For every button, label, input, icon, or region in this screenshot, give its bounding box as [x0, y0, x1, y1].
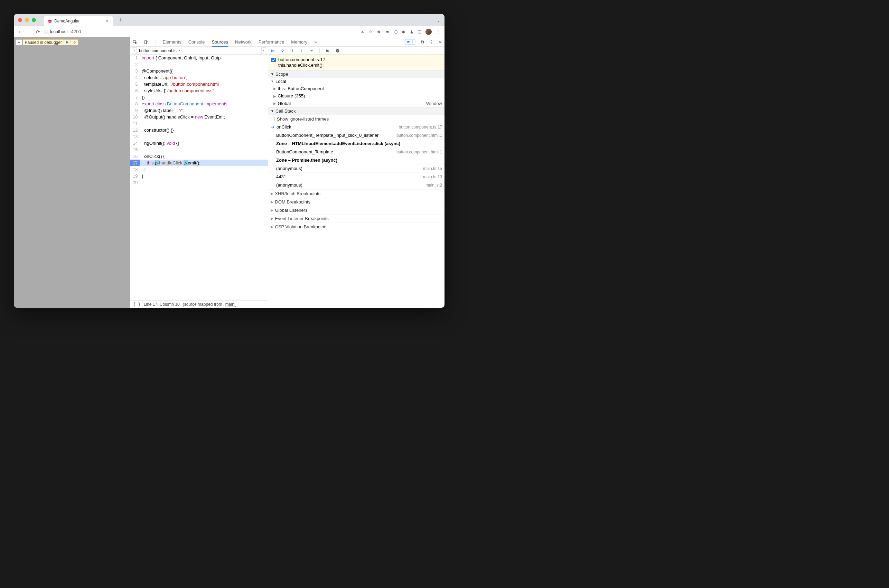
callstack-frame[interactable]: Zone – HTMLInputElement.addEventListener… — [268, 140, 444, 148]
breakpoint-checkbox[interactable] — [271, 58, 276, 62]
callstack-frame[interactable]: (anonymous)main.ts:15 — [268, 165, 444, 173]
panel-icon[interactable] — [417, 29, 421, 34]
reload-button[interactable]: ⟳ — [36, 29, 40, 35]
tab-network[interactable]: Network — [235, 39, 252, 45]
scope-this[interactable]: ▶this: ButtonComponent — [268, 85, 444, 93]
svg-point-14 — [312, 51, 313, 51]
scope-global[interactable]: ▶GlobalWindow — [268, 100, 444, 108]
breakpoint-panel[interactable]: ▶XHR/fetch Breakpoints — [268, 189, 444, 198]
scope-closure[interactable]: ▶Closure (355) — [268, 92, 444, 100]
code-line[interactable]: 18 } — [130, 166, 268, 173]
tab-performance[interactable]: Performance — [258, 39, 284, 45]
extensions-icon[interactable] — [402, 29, 406, 34]
forward-button[interactable]: → — [27, 29, 32, 34]
add-button[interactable]: + — [15, 39, 22, 45]
code-line[interactable]: 15 — [130, 147, 268, 153]
pause-exceptions-icon[interactable] — [336, 48, 340, 54]
resume-button[interactable] — [64, 40, 71, 45]
resume-icon[interactable] — [271, 48, 275, 54]
callstack-frame[interactable]: 4431main.ts:13 — [268, 173, 444, 181]
code-line[interactable]: 16 onClick() { — [130, 153, 268, 160]
breakpoint-panel[interactable]: ▶CSP Violation Breakpoints — [268, 222, 444, 231]
menu-icon[interactable]: ⋮ — [436, 29, 440, 34]
source-map-link[interactable]: main.j — [225, 302, 236, 306]
close-tab-button[interactable]: × — [106, 18, 109, 24]
settings-icon[interactable] — [420, 39, 425, 45]
more-tabs-icon[interactable]: » — [314, 39, 317, 45]
code-editor[interactable]: 1import { Component, OnInit, Input, Outp… — [130, 55, 268, 300]
kebab-menu-icon[interactable]: ⋮ — [429, 39, 434, 45]
callstack-header[interactable]: ▼Call Stack — [268, 107, 444, 115]
close-window-button[interactable] — [18, 18, 22, 22]
extension-icon[interactable]: ☻ — [376, 29, 381, 34]
code-line[interactable]: 9 @Input() label = "?"; — [130, 107, 268, 114]
bookmark-star-icon[interactable]: ☆ — [368, 29, 372, 34]
tab-console[interactable]: Console — [188, 39, 205, 45]
code-line[interactable]: 13 — [130, 134, 268, 140]
address-bar[interactable]: i localhost:4200 — [44, 29, 81, 34]
tab-memory[interactable]: Memory — [291, 39, 307, 45]
code-line[interactable]: 3@Component({ — [130, 68, 268, 74]
breakpoint-panel[interactable]: ▶Event Listener Breakpoints — [268, 214, 444, 222]
navigator-toggle-icon[interactable] — [132, 47, 137, 54]
frame-location: button.component.ts:17 — [399, 125, 442, 129]
code-line[interactable]: 17 this.▷handleClick.▷emit(); — [130, 160, 268, 166]
frame-name: (anonymous) — [276, 182, 302, 188]
breakpoint-code: this.handleClick.emit(); — [278, 63, 325, 68]
close-file-icon[interactable]: × — [178, 48, 180, 53]
deactivate-breakpoints-icon[interactable] — [326, 48, 330, 54]
breakpoint-panel[interactable]: ▶DOM Breakpoints — [268, 198, 444, 206]
minimize-window-button[interactable] — [25, 18, 29, 22]
code-line[interactable]: 10 @Output() handleClick = new EventEmit — [130, 114, 268, 120]
step-out-icon[interactable] — [300, 48, 303, 54]
maximize-window-button[interactable] — [32, 18, 36, 22]
code-line[interactable]: 19} — [130, 173, 268, 179]
frame-name: Zone – Promise.then (async) — [276, 158, 337, 163]
step-into-icon[interactable] — [291, 48, 294, 54]
show-ignore-checkbox[interactable] — [271, 117, 275, 121]
code-line[interactable]: 6 styleUrls: ['./button.component.css'] — [130, 87, 268, 94]
code-line[interactable]: 1import { Component, OnInit, Input, Outp — [130, 55, 268, 61]
new-tab-button[interactable]: + — [119, 16, 123, 24]
callstack-frame[interactable]: (anonymous)main.js:2 — [268, 181, 444, 189]
devtools-badge-icon[interactable] — [394, 29, 398, 34]
incognito-icon[interactable] — [385, 29, 389, 34]
callstack-frame[interactable]: ButtonComponent_Templatebutton.component… — [268, 148, 444, 156]
callstack-frame[interactable]: ButtonComponent_Template_input_click_0_l… — [268, 131, 444, 140]
callstack-frame[interactable]: ➜onClickbutton.component.ts:17 — [268, 123, 444, 131]
file-tab[interactable]: button.component.ts × — [139, 48, 180, 53]
code-line[interactable]: 2 — [130, 61, 268, 68]
code-line[interactable]: 4 selector: 'app-button', — [130, 74, 268, 81]
breakpoint-panel[interactable]: ▶Global Listeners — [268, 206, 444, 214]
tab-elements[interactable]: Elements — [163, 39, 182, 45]
issues-badge[interactable]: 1 — [405, 39, 415, 45]
tab-sources[interactable]: Sources — [212, 39, 228, 46]
device-toggle-icon[interactable] — [144, 39, 149, 45]
svg-point-6 — [74, 43, 75, 44]
labs-icon[interactable] — [410, 29, 413, 34]
browser-tab[interactable]: DemoAngular × — [44, 16, 113, 26]
debugger-column: button.component.ts:17 this.handleClick.… — [268, 46, 444, 308]
step-over-button[interactable] — [71, 40, 78, 45]
code-line[interactable]: 8export class ButtonComponent implements — [130, 100, 268, 107]
code-line[interactable]: 5 templateUrl: './button.component.html — [130, 81, 268, 87]
code-line[interactable]: 7}) — [130, 94, 268, 100]
step-over-icon[interactable] — [280, 48, 285, 54]
code-line[interactable]: 14 ngOnInit(): void {} — [130, 140, 268, 147]
profile-avatar[interactable] — [425, 28, 432, 35]
code-line[interactable]: 11 — [130, 120, 268, 127]
share-icon[interactable] — [360, 29, 364, 34]
inspect-icon[interactable] — [133, 39, 137, 45]
format-icon[interactable]: { } — [133, 302, 141, 306]
more-tabs-right-icon[interactable] — [262, 47, 266, 54]
code-line[interactable]: 12 constructor() {} — [130, 127, 268, 134]
scope-header[interactable]: ▼Scope — [268, 70, 444, 78]
step-icon[interactable] — [309, 48, 314, 54]
scope-local[interactable]: ▼Local — [268, 78, 444, 85]
show-ignore-listed[interactable]: Show ignore-listed frames — [268, 115, 444, 123]
back-button[interactable]: ← — [18, 29, 23, 34]
chevron-down-icon[interactable]: ⌄ — [437, 17, 440, 23]
close-devtools-icon[interactable]: × — [438, 39, 442, 45]
callstack-frame[interactable]: Zone – Promise.then (async) — [268, 156, 444, 165]
code-line[interactable]: 20 — [130, 179, 268, 186]
